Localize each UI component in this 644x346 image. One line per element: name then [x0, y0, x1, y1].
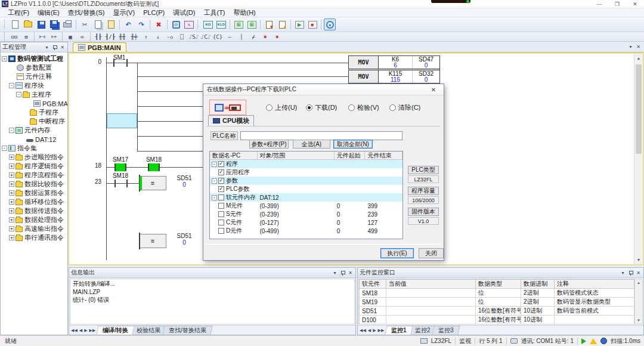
- slash-line-icon[interactable]: ⌿: [248, 33, 259, 41]
- col-comment[interactable]: 注释: [555, 280, 634, 289]
- tree-expander-icon[interactable]: [9, 172, 14, 178]
- pin-icon[interactable]: [339, 270, 346, 276]
- menu-tools[interactable]: 工具(T): [199, 8, 229, 17]
- col-current-value[interactable]: 当前值: [386, 280, 476, 289]
- menu-find-replace[interactable]: 查找/替换(S): [64, 8, 109, 17]
- save-icon[interactable]: [35, 18, 47, 30]
- tree-item-comments[interactable]: 元件注释: [1, 72, 67, 81]
- checkbox-icon[interactable]: [218, 186, 224, 192]
- monitor-row[interactable]: D100 16位整数[有符号]10进制: [360, 316, 634, 325]
- falling-edge-icon[interactable]: ↓: [153, 33, 163, 41]
- maximize-button[interactable]: ❐: [608, 0, 626, 8]
- tree-item-highspeed-instructions[interactable]: 高速输出指令: [1, 224, 67, 233]
- tree-expander-icon[interactable]: [9, 83, 14, 88]
- tree-item-shift-instructions[interactable]: 循环移位指令: [1, 197, 67, 206]
- save-all-icon[interactable]: [48, 18, 60, 30]
- pin-icon[interactable]: [627, 270, 634, 276]
- zoom-window-icon[interactable]: ◎: [170, 18, 182, 30]
- convert-all-icon[interactable]: ⊠: [21, 33, 32, 41]
- col-data-name[interactable]: 数据名-PC: [210, 152, 258, 159]
- tree-expander-icon[interactable]: [9, 208, 14, 214]
- col-range[interactable]: 对象/范围: [258, 152, 335, 159]
- radio-verify[interactable]: 检验(V): [348, 103, 379, 112]
- tree-item-step-instructions[interactable]: 步进顺控指令: [1, 153, 67, 162]
- dialog-close-button[interactable]: 关闭: [419, 248, 444, 258]
- paste-icon[interactable]: [105, 18, 117, 30]
- tree-item-project-root[interactable]: 数码管测试工程: [1, 54, 67, 63]
- tree-expander-icon[interactable]: [9, 163, 14, 169]
- tab-pgb-main[interactable]: PGB:MAIN: [73, 42, 126, 52]
- open-contact-icon[interactable]: ┨┠: [93, 33, 104, 41]
- tree-expander-icon[interactable]: [2, 146, 7, 151]
- row-expander-icon[interactable]: [212, 195, 217, 200]
- tree-item-pgb-main[interactable]: PGB:MAIN: [1, 99, 67, 108]
- insert-row-icon[interactable]: ⊞: [233, 18, 244, 30]
- selected-cell[interactable]: [107, 113, 137, 128]
- tree-item-logic-instructions[interactable]: 程序逻辑指令: [1, 162, 67, 171]
- tab-list-icon[interactable]: ▾: [627, 44, 634, 50]
- panel-menu-icon[interactable]: ▾: [44, 44, 50, 51]
- program-capacity-button[interactable]: 程序容量: [408, 187, 439, 195]
- rising-edge-icon[interactable]: ↑: [141, 33, 151, 41]
- data-row-params[interactable]: 参数: [210, 177, 402, 185]
- checkbox-icon[interactable]: [218, 228, 224, 234]
- undo-icon[interactable]: ↶: [122, 18, 134, 30]
- tree-item-flow-instructions[interactable]: 程序流程指令: [1, 171, 67, 180]
- tree-item-serial-instructions[interactable]: 串行通讯指令: [1, 233, 67, 242]
- execute-button[interactable]: 执行(E): [380, 248, 414, 258]
- tab-monitor-1[interactable]: 监控1: [385, 326, 413, 335]
- col-device[interactable]: 软元件: [360, 280, 386, 289]
- vertical-line-icon[interactable]: │: [236, 33, 247, 41]
- close-tab-icon[interactable]: ✕: [635, 44, 642, 50]
- col-data-type[interactable]: 数据类型: [476, 280, 521, 289]
- instruction-list-icon[interactable]: KLD: [215, 18, 227, 30]
- minimize-button[interactable]: —: [590, 0, 608, 8]
- plc-type-button[interactable]: PLC类型: [408, 166, 439, 174]
- redo-icon[interactable]: ↷: [135, 18, 147, 30]
- tree-item-sub-program[interactable]: 子程序: [1, 108, 67, 117]
- panel-menu-icon[interactable]: ▾: [620, 270, 626, 276]
- scroll-up-icon[interactable]: ▲: [634, 54, 643, 63]
- function-block-icon[interactable]: ⎕: [177, 33, 187, 41]
- radio-upload[interactable]: 上传(U): [266, 103, 297, 112]
- row-insert-icon[interactable]: ⫦⫣: [37, 33, 48, 41]
- tree-item-compare-instructions[interactable]: 数据比较指令: [1, 180, 67, 189]
- scrollbar-thumb[interactable]: [636, 64, 642, 154]
- data-row-app-program[interactable]: 应用程序: [210, 168, 402, 177]
- row-expander-icon[interactable]: [212, 178, 217, 184]
- col-end[interactable]: 元件结束: [365, 152, 402, 159]
- radio-clear[interactable]: 清除(C): [389, 103, 420, 112]
- coil-icon[interactable]: -◇: [165, 33, 175, 41]
- convert-icon[interactable]: ⊟⊟: [9, 33, 20, 41]
- delete-vertical-icon[interactable]: ✖: [272, 33, 283, 41]
- checkbox-icon[interactable]: [218, 178, 224, 184]
- dialog-close-icon[interactable]: ✕: [427, 86, 440, 93]
- pin-icon[interactable]: [51, 44, 58, 51]
- reset-coil-icon[interactable]: ⑀C⑀: [200, 33, 211, 41]
- compare-block-2[interactable]: =: [139, 234, 166, 248]
- scroll-up-icon[interactable]: ▲: [635, 279, 642, 286]
- select-all-button[interactable]: 全选(A): [293, 140, 330, 149]
- dialog-title-bar[interactable]: 在线数据操作--PC程序下载到PLC ✕: [203, 84, 444, 95]
- set-coil-icon[interactable]: ⑀S⑀: [188, 33, 199, 41]
- parallel-open-icon[interactable]: ╫╫: [117, 33, 128, 41]
- toolbar-grip[interactable]: [197, 20, 200, 29]
- row-delete-icon[interactable]: ⫦⫦: [49, 33, 60, 41]
- firmware-version-button[interactable]: 固件版本: [408, 208, 439, 216]
- monitor-scrollbar[interactable]: ▲ ▼: [634, 279, 642, 324]
- data-row-d-device[interactable]: D元件 (0-499)0499: [210, 227, 402, 235]
- monitor-mode-icon[interactable]: ●: [324, 18, 336, 30]
- plc-name-input[interactable]: [240, 131, 402, 140]
- monitor-row[interactable]: SM19 位2进制 数码管显示数据类型: [360, 298, 634, 307]
- tree-expander-icon[interactable]: [2, 56, 7, 61]
- insert-column-icon[interactable]: ⊞: [246, 18, 258, 30]
- checkbox-icon[interactable]: [218, 161, 224, 167]
- tree-item-dat[interactable]: DAT:12: [1, 135, 67, 144]
- copy-icon[interactable]: [92, 18, 104, 30]
- tree-item-process-instructions[interactable]: 数据处理指令: [1, 215, 67, 224]
- tab-nav-icons[interactable]: ◀◀ ◀ ▶ ▶▶: [358, 328, 386, 333]
- editor-vertical-scrollbar[interactable]: ▲ ▼: [634, 54, 643, 264]
- print-icon[interactable]: [61, 18, 73, 30]
- block-convert-icon[interactable]: ▦: [65, 33, 76, 41]
- run-icon[interactable]: ▶: [293, 18, 305, 30]
